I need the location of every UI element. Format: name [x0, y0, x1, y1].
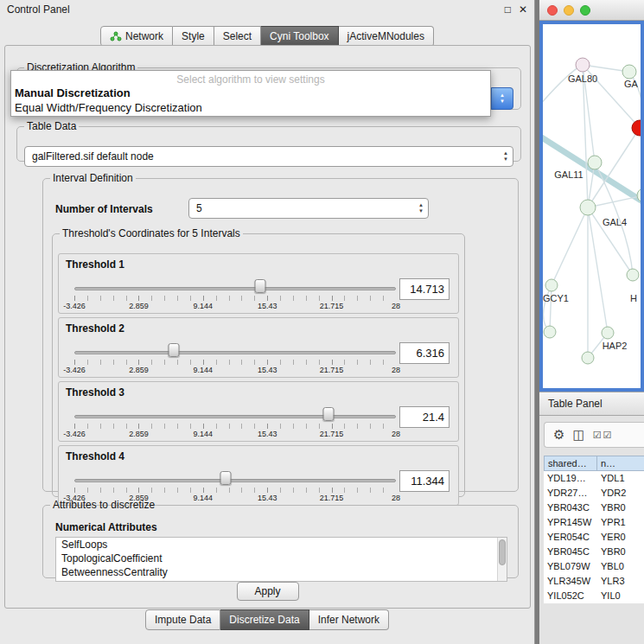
float-window-icon[interactable]: □ — [505, 3, 511, 16]
number-of-intervals-label: Number of Intervals — [55, 203, 153, 215]
dropdown-option-manual-discretization[interactable]: Manual Discretization — [11, 86, 490, 100]
node-h[interactable] — [627, 269, 639, 281]
top-tab-bar: Network Style Select Cyni Toolbox jActiv… — [0, 26, 534, 47]
table-cell: YPR1 — [597, 515, 644, 530]
table-cell: YLR3 — [597, 574, 644, 589]
tab-jactivemnodules[interactable]: jActiveMNodules — [339, 26, 434, 47]
table-cell: YBR0 — [597, 501, 644, 515]
slider-thumb[interactable] — [169, 343, 180, 357]
table-row[interactable]: YDR27…YDR2 — [544, 486, 644, 501]
node-gal11[interactable] — [588, 156, 602, 169]
threshold-3-value-field[interactable]: 21.4 — [399, 406, 450, 428]
tab-network-label: Network — [125, 30, 163, 42]
control-panel-titlebar: Control Panel □ ✕ — [0, 0, 534, 19]
node[interactable] — [582, 352, 594, 364]
table-cell: YIL052C — [544, 589, 597, 603]
network-canvas[interactable]: GAL80 GA GAL11 GAL4 GCY1 HAP2 H — [539, 21, 644, 392]
slider-thumb[interactable] — [254, 279, 265, 293]
table-cell: YDR2 — [597, 486, 644, 501]
table-row[interactable]: YLR345WYLR3 — [544, 574, 644, 589]
table-row[interactable]: YER054CYER0 — [544, 530, 644, 545]
list-item[interactable]: TopologicalCoefficient — [56, 552, 507, 565]
column-header-name[interactable]: n… — [597, 456, 644, 471]
scrollbar-thumb[interactable] — [499, 539, 506, 565]
table-data-group: Table Data galFiltered.sif default node … — [16, 120, 521, 162]
table-row[interactable]: YBL079WYBL0 — [544, 559, 644, 574]
threshold-4-panel: Threshold 4 -3.426 2.859 9.144 15.43 21.… — [58, 445, 459, 506]
list-item[interactable]: SelfLoops — [56, 538, 507, 552]
table-data-combo[interactable]: galFiltered.sif default node ▲ ▼ — [24, 146, 513, 167]
slider-thumb[interactable] — [322, 407, 334, 421]
node[interactable] — [544, 326, 556, 338]
threshold-4-label: Threshold 4 — [66, 450, 124, 462]
interval-definition-group: Interval Definition Number of Intervals … — [42, 172, 519, 492]
slider-thumb[interactable] — [220, 471, 231, 485]
minimize-button[interactable] — [564, 5, 574, 16]
table-cell: YDL19… — [544, 471, 597, 486]
dropdown-option-equal-width-frequency[interactable]: Equal Width/Frequency Discretization — [11, 100, 490, 115]
table-cell: YER054C — [544, 530, 597, 545]
node-label-hap2: HAP2 — [603, 341, 628, 351]
node-ga[interactable] — [622, 65, 636, 79]
table-row[interactable]: YBR045CYBR0 — [544, 545, 644, 559]
threshold-3-label: Threshold 3 — [66, 386, 124, 399]
slider-track — [74, 479, 396, 482]
network-icon — [110, 31, 122, 41]
column-header-shared-name[interactable]: shared… — [544, 456, 597, 471]
tab-cyni-toolbox[interactable]: Cyni Toolbox — [261, 26, 338, 47]
node-gal80[interactable] — [576, 58, 590, 72]
table-cell: YBR043C — [544, 501, 597, 515]
numerical-attributes-list[interactable]: SelfLoops TopologicalCoefficient Between… — [55, 537, 507, 582]
close-button[interactable] — [547, 5, 558, 16]
close-icon[interactable]: ✕ — [519, 3, 527, 16]
network-window-titlebar — [539, 0, 644, 21]
node-selected-red[interactable] — [632, 120, 641, 136]
number-of-intervals-combo[interactable]: 5 ▲ ▼ — [188, 198, 429, 219]
slider-ticks — [74, 488, 396, 493]
gear-icon[interactable]: ⚙ — [553, 427, 564, 443]
node-label-gal11: GAL11 — [554, 169, 583, 180]
node-hap2[interactable] — [602, 327, 614, 339]
threshold-4-slider[interactable]: -3.426 2.859 9.144 15.43 21.715 28 — [74, 469, 396, 503]
node-gal4[interactable] — [580, 200, 596, 215]
slider-track — [74, 351, 396, 354]
combo-stepper-icon[interactable]: ▲ ▼ — [491, 87, 513, 110]
table-panel-title: Table Panel — [548, 398, 603, 410]
table-row[interactable]: YDL19…YDL1 — [544, 471, 644, 486]
tab-discretize-data[interactable]: Discretize Data — [220, 609, 309, 630]
table-row[interactable]: YIL052CYIL0 — [544, 589, 644, 603]
scrollbar[interactable] — [497, 538, 507, 581]
threshold-4-value-field[interactable]: 11.344 — [399, 470, 450, 492]
tab-select[interactable]: Select — [214, 26, 261, 47]
threshold-2-value-field[interactable]: 6.316 — [399, 342, 450, 364]
threshold-1-panel: Threshold 1 -3.426 2.859 9.144 15.43 21.… — [58, 253, 459, 314]
threshold-3-slider[interactable]: -3.426 2.859 9.144 15.43 21.715 28 — [74, 405, 396, 439]
table-data-group-title: Table Data — [24, 120, 79, 132]
columns-icon[interactable]: ◫ — [572, 427, 584, 443]
threshold-1-slider[interactable]: -3.426 2.859 9.144 15.43 21.715 28 — [74, 277, 396, 311]
number-of-intervals-value: 5 — [196, 199, 202, 218]
table-cell: YBR045C — [544, 545, 597, 559]
zoom-button[interactable] — [580, 5, 590, 16]
table-cell: YBR0 — [597, 545, 644, 559]
threshold-1-value-field[interactable]: 14.713 — [399, 278, 450, 300]
node-table: shared… n… YDL19…YDL1 YDR27…YDR2 YBR043C… — [544, 456, 644, 644]
tab-impute-data[interactable]: Impute Data — [145, 609, 220, 630]
slider-ticks — [74, 424, 396, 429]
table-row[interactable]: YBR043CYBR0 — [544, 501, 644, 515]
select-columns-icon[interactable]: ☑☑ — [593, 430, 614, 441]
node-label-ga: GA — [624, 79, 638, 89]
threshold-3-panel: Threshold 3 -3.426 2.859 9.144 15.43 21.… — [58, 381, 459, 442]
tab-style[interactable]: Style — [173, 26, 214, 47]
attributes-group-title: Attributes to discretize — [50, 499, 157, 511]
node-gcy1[interactable] — [545, 279, 558, 291]
table-row[interactable]: YPR145WYPR1 — [544, 515, 644, 530]
list-item[interactable]: BetweennessCentrality — [56, 565, 507, 579]
apply-button[interactable]: Apply — [236, 582, 298, 601]
table-cell: YPR145W — [544, 515, 597, 530]
tab-infer-network[interactable]: Infer Network — [309, 609, 389, 630]
threshold-2-slider[interactable]: -3.426 2.859 9.144 15.43 21.715 28 — [74, 341, 396, 375]
tab-network[interactable]: Network — [100, 26, 173, 47]
node-label-h: H — [630, 293, 637, 303]
combo-stepper-icon: ▲ ▼ — [418, 199, 424, 218]
